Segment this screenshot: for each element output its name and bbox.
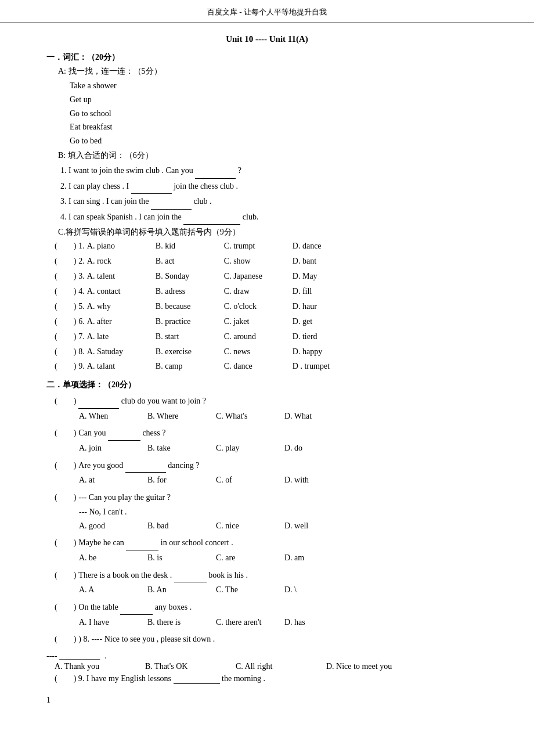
partB-items: 1. I want to join the swim club . Can yo…: [58, 163, 488, 225]
choice-option: C. show: [224, 254, 276, 269]
partC-item-6: ( )6.A. afterB. practiceC. jaketD. get: [55, 314, 488, 329]
mc-option: A. join: [79, 441, 131, 455]
choice-option: A. piano: [87, 239, 139, 254]
choice-option: A. contact: [87, 284, 139, 299]
page-number: 1: [46, 696, 488, 705]
bottom-dashed: ---- __________ .: [46, 651, 488, 661]
choice-option: C. around: [224, 329, 276, 344]
mc-option: A. Thank you: [55, 662, 124, 671]
choice-option: A. rock: [87, 254, 139, 269]
mc-item-5: ( )Maybe he can in our school concert .A…: [46, 535, 488, 565]
choice-option: D. get: [293, 314, 345, 329]
mc-option: A. at: [79, 473, 131, 487]
partC-items: ( )1.A. pianoB. kidC. trumptD. dance( )2…: [55, 239, 488, 374]
partC-item-5: ( )5.A. whyB. becauseC. o'clockD. haur: [55, 299, 488, 314]
q8-options: A. Thank youB. That's OKC. All rightD. N…: [55, 662, 488, 671]
mc-option: B. there is: [147, 615, 200, 629]
partC-item-8: ( )8.A. SatudayB. exerciseC. newsD. happ…: [55, 344, 488, 359]
mc-option: A. be: [79, 550, 131, 565]
partC-item-9: ( )9.A. talantB. campC. danceD . trumpet: [55, 359, 488, 374]
mc-option: D. \: [284, 582, 337, 597]
choice-option: A. late: [87, 329, 139, 344]
mc-option: B. take: [147, 441, 200, 455]
partB-item-2: 2. I can play chess . I join the chess c…: [60, 179, 488, 195]
word-item: Eat breakfast: [70, 120, 488, 134]
choice-option: C. Japanese: [224, 269, 276, 284]
mc-item-4: ( )--- Can you play the guitar ?--- No, …: [46, 490, 488, 534]
section2-title: 二．单项选择：（20分）: [46, 380, 488, 390]
mc-option: B. is: [147, 550, 200, 565]
partC-item-1: ( )1.A. pianoB. kidC. trumptD. dance: [55, 239, 488, 254]
choice-option: B. Sonday: [156, 269, 208, 284]
partB-item-3: 3. I can sing . I can join the club .: [60, 194, 488, 210]
choice-option: B. exercise: [156, 344, 208, 359]
mc-item-8: ( )) 8. ---- Nice to see you , please si…: [55, 632, 488, 647]
partB-item-4: 4. I can speak Spanish . I can join the …: [60, 210, 488, 225]
partC-item-4: ( )4.A. contactB. adressC. drawD. fill: [55, 284, 488, 299]
word-list: Take a showerGet upGo to schoolEat break…: [70, 79, 488, 148]
mc-option: C. All right: [236, 662, 305, 671]
mc-option: A. good: [79, 519, 131, 533]
mc-item-1: ( ) club do you want to join ?A. WhenB. …: [46, 394, 488, 423]
mc-option: D. What: [284, 409, 337, 423]
choice-option: B. start: [156, 329, 208, 344]
section1-title: 一．词汇：（20分）: [46, 52, 488, 63]
partA-label: A: 找一找，连一连：（5分）: [58, 66, 488, 77]
choice-option: B. camp: [156, 359, 208, 374]
choice-option: C. draw: [224, 284, 276, 299]
choice-option: A. Satuday: [87, 344, 139, 359]
choice-option: A. why: [87, 299, 139, 314]
mc-item-7: ( )On the table any boxes .A. I haveB. t…: [46, 600, 488, 629]
mc-item-2: ( )Can you chess ?A. joinB. takeC. playD…: [46, 426, 488, 455]
choice-option: A. talant: [87, 359, 139, 374]
word-item: Take a shower: [70, 79, 488, 93]
main-content: Unit 10 ---- Unit 11(A) 一．词汇：（20分） A: 找一…: [0, 34, 534, 728]
mc-option: C. play: [216, 441, 268, 455]
partC-item-3: ( )3.A. talentB. SondayC. JapaneseD. May: [55, 269, 488, 284]
choice-option: D. fill: [293, 284, 345, 299]
choice-option: B. practice: [156, 314, 208, 329]
mc-option: C. of: [216, 473, 268, 487]
mc-option: C. The: [216, 582, 268, 597]
mc-option: C. there aren't: [216, 615, 268, 629]
mc-item-3: ( )Are you good dancing ?A. atB. forC. o…: [46, 458, 488, 488]
mc-option: D. has: [284, 615, 337, 629]
word-item: Go to bed: [70, 134, 488, 148]
choice-option: B. kid: [156, 239, 208, 254]
partC-label: C.将拼写错误的单词的标号填入题前括号内（9分）: [58, 227, 488, 237]
choice-option: C. news: [224, 344, 276, 359]
choice-option: D. happy: [293, 344, 345, 359]
q9-row: ( ) 9. I have my English lessons the mor…: [55, 674, 488, 684]
partC-item-2: ( )2.A. rockB. actC. showD. bant: [55, 254, 488, 269]
partB-label: B: 填入合适的词：（6分）: [58, 150, 488, 161]
dash-text: ---- __________: [46, 651, 100, 661]
choice-option: A. talent: [87, 269, 139, 284]
mc-option: B. Where: [147, 409, 200, 423]
mc-option: D. well: [284, 519, 337, 533]
mc-item-6: ( )There is a book on the desk . book is…: [46, 568, 488, 597]
mc-option: B. An: [147, 582, 200, 597]
section-vocabulary: 一．词汇：（20分） A: 找一找，连一连：（5分） Take a shower…: [46, 52, 488, 374]
choice-option: C. jaket: [224, 314, 276, 329]
choice-option: D. May: [293, 269, 345, 284]
partB-item-1: 1. I want to join the swim club . Can yo…: [60, 163, 488, 179]
mc-option: D. do: [284, 441, 337, 455]
mc-option: C. What's: [216, 409, 268, 423]
choice-option: C. trumpt: [224, 239, 276, 254]
mc-option: A. I have: [79, 615, 131, 629]
mc-option: D. am: [284, 550, 337, 565]
choice-option: C. o'clock: [224, 299, 276, 314]
mc-option: D. Nice to meet you: [326, 662, 396, 671]
choice-option: A. after: [87, 314, 139, 329]
choice-option: D. haur: [293, 299, 345, 314]
choice-option: D. bant: [293, 254, 345, 269]
mc-option: B. for: [147, 473, 200, 487]
mc-items: ( ) club do you want to join ?A. WhenB. …: [46, 394, 488, 629]
choice-option: B. adress: [156, 284, 208, 299]
page-header: 百度文库 - 让每个人平等地提升自我: [0, 0, 534, 23]
choice-option: D. tierd: [293, 329, 345, 344]
word-item: Go to school: [70, 107, 488, 121]
mc-option: C. are: [216, 550, 268, 565]
mc-option: A. A: [79, 582, 131, 597]
mc-option: B. bad: [147, 519, 200, 533]
